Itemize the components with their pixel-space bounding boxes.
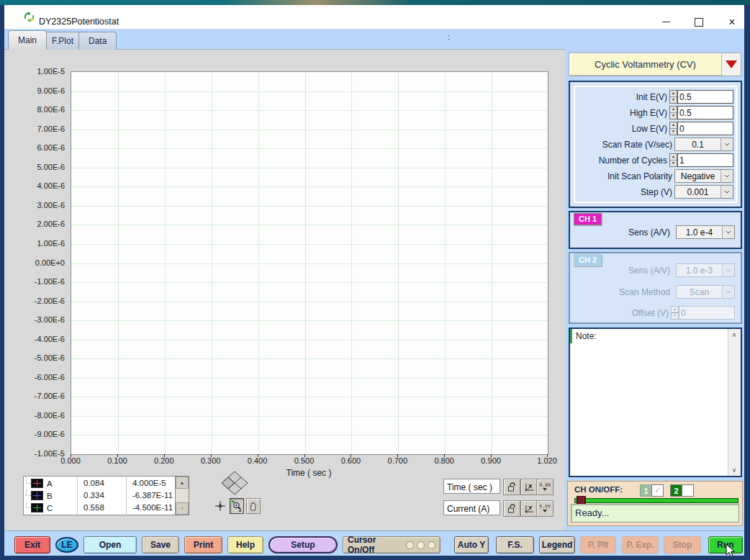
scroll-down-button[interactable]: ▼ bbox=[176, 502, 189, 515]
chevron-down-icon bbox=[722, 264, 734, 276]
high-e-spinner[interactable]: ▲▼ bbox=[669, 106, 677, 119]
init-e-input[interactable] bbox=[677, 90, 733, 104]
scroll-down-icon: ∨ bbox=[732, 466, 737, 474]
y-axis-name-box[interactable] bbox=[443, 500, 500, 515]
tab-main[interactable]: Main bbox=[8, 30, 47, 50]
x-tick-mark bbox=[547, 454, 548, 457]
minimize-icon bbox=[662, 22, 670, 22]
y-scale-lock-button[interactable] bbox=[503, 500, 520, 517]
pan-tool-button[interactable] bbox=[246, 498, 261, 514]
auto-y-button[interactable]: Auto Y bbox=[454, 536, 489, 554]
step-dropdown[interactable]: 0.001 bbox=[674, 185, 733, 199]
legend-button[interactable]: Legend bbox=[539, 536, 575, 554]
scroll-down-button[interactable]: ∨ bbox=[728, 464, 740, 476]
x-autoscale-button[interactable]: X bbox=[520, 479, 538, 495]
cursor-onoff-button[interactable]: Cursor On/Off bbox=[343, 536, 440, 554]
method-selector[interactable]: Cyclic Voltammetry (CV) bbox=[569, 53, 741, 76]
print-button[interactable]: Print bbox=[184, 536, 222, 554]
window-border bbox=[0, 556, 750, 560]
open-button[interactable]: Open bbox=[83, 536, 137, 554]
param-row-scan-rate: Scan Rate (V/sec) 0.1 bbox=[577, 137, 733, 152]
save-button[interactable]: Save bbox=[142, 536, 179, 554]
note-textarea[interactable] bbox=[573, 342, 727, 474]
cursor-table-scrollbar[interactable]: ▲ ▼ bbox=[175, 476, 189, 515]
window-title: DY2325Potentiostat bbox=[39, 17, 119, 27]
cursor-x-value: 0.558 bbox=[78, 502, 127, 514]
lock-open-icon bbox=[507, 504, 516, 513]
ch2-sens-dropdown: 1.0 e-3 bbox=[676, 263, 735, 277]
le-button[interactable]: LE bbox=[55, 537, 78, 553]
y-format-button[interactable]: Y.YY bbox=[536, 500, 554, 517]
fs-button[interactable]: F.S. bbox=[496, 536, 534, 554]
hand-icon bbox=[248, 501, 259, 512]
polarity-dropdown[interactable]: Negative bbox=[674, 169, 733, 183]
init-e-spinner[interactable]: ▲▼ bbox=[669, 90, 677, 104]
scroll-up-button[interactable]: ∧ bbox=[728, 329, 740, 340]
x-axis-name-box[interactable] bbox=[443, 479, 500, 494]
tab-data[interactable]: Data bbox=[78, 32, 117, 50]
scroll-up-icon: ∧ bbox=[732, 331, 737, 338]
title-bar[interactable]: DY2325Potentiostat × bbox=[0, 5, 750, 30]
h-gridline bbox=[71, 244, 548, 245]
ch2-onoff-checkbox[interactable] bbox=[682, 484, 694, 497]
tabstrip-colon: : bbox=[448, 32, 450, 41]
plot-area[interactable] bbox=[71, 71, 548, 455]
ch1-sens-dropdown[interactable]: 1.0 e-4 bbox=[676, 225, 735, 239]
cursor-y-value: -6.387E-11 bbox=[127, 489, 176, 502]
help-button[interactable]: Help bbox=[227, 536, 263, 554]
h-gridline bbox=[71, 186, 548, 187]
y-tick-label: 5.00E-6 bbox=[37, 163, 65, 171]
y-autoscale-button[interactable]: Y bbox=[520, 500, 538, 517]
y-tick-label: -9.00E-6 bbox=[35, 430, 65, 438]
y-tick-label: 2.00E-6 bbox=[37, 220, 65, 228]
x-tick-mark bbox=[211, 454, 212, 457]
x-format-button[interactable]: X.XX bbox=[536, 479, 554, 495]
method-dropdown-button[interactable] bbox=[721, 53, 741, 76]
h-gridline bbox=[71, 302, 548, 302]
cycles-input[interactable] bbox=[677, 153, 733, 167]
cycles-spinner[interactable]: ▲▼ bbox=[669, 153, 677, 167]
lock-open-icon bbox=[507, 482, 516, 492]
x-format-label: X.XX bbox=[539, 483, 551, 487]
cursor-tool-button[interactable] bbox=[213, 498, 227, 514]
progress-slider[interactable] bbox=[574, 498, 738, 503]
cursor-row-C[interactable]: C0.558-4.500E-11 bbox=[24, 502, 176, 514]
low-e-spinner[interactable]: ▲▼ bbox=[669, 122, 677, 135]
status-text: Ready... bbox=[575, 507, 609, 518]
y-tick-label: 4.00E-6 bbox=[37, 181, 65, 190]
note-scrollbar[interactable]: ∧ ∨ bbox=[728, 329, 741, 476]
y-tick-label: 1.00E-5 bbox=[37, 67, 65, 76]
v-gridline bbox=[258, 72, 259, 454]
app-icon bbox=[23, 11, 35, 23]
desktop-background-sliver bbox=[0, 0, 750, 5]
ch1-onoff-checkbox[interactable]: ✓ bbox=[651, 484, 664, 497]
scan-rate-dropdown[interactable]: 0.1 bbox=[674, 137, 733, 151]
cursor-row-A[interactable]: A0.0844.000E-5 bbox=[24, 477, 176, 489]
x-scale-lock-button[interactable] bbox=[503, 479, 520, 495]
exit-button[interactable]: Exit bbox=[14, 536, 50, 554]
y-tick-label: -5.00E-6 bbox=[35, 353, 65, 362]
tab-fplot[interactable]: F.Plot bbox=[42, 32, 83, 50]
x-tick-mark bbox=[304, 454, 305, 457]
format-dropdown-arrow-icon bbox=[543, 488, 547, 491]
graph-navigator-diamond[interactable] bbox=[219, 470, 250, 497]
y-tick-label: 0.00E+0 bbox=[35, 258, 65, 267]
x-tick-mark bbox=[71, 454, 71, 457]
setup-button[interactable]: Setup bbox=[268, 536, 338, 554]
y-tick-label: -1.00E-6 bbox=[35, 277, 65, 286]
low-e-input[interactable] bbox=[677, 122, 733, 135]
method-label: Cyclic Voltammetry (CV) bbox=[569, 59, 721, 70]
zoom-tool-button[interactable] bbox=[230, 498, 244, 514]
v-gridline bbox=[398, 72, 399, 454]
note-panel: Note: ∧ ∨ bbox=[569, 328, 742, 477]
channel-onoff-panel: CH ON/OFF: 1 ✓ 2 Ready... bbox=[567, 481, 743, 526]
h-gridline bbox=[71, 130, 548, 130]
v-gridline bbox=[492, 72, 492, 454]
high-e-input[interactable] bbox=[677, 106, 733, 119]
autoscale-x-icon: X bbox=[524, 482, 535, 492]
cursor-row-B[interactable]: B0.334-6.387E-11 bbox=[24, 489, 176, 502]
param-row-low-e: Low E(V) ▲▼ bbox=[577, 121, 733, 136]
scroll-up-button[interactable]: ▲ bbox=[176, 477, 189, 489]
ch2-offset-input bbox=[679, 306, 735, 320]
h-gridline bbox=[71, 378, 548, 379]
